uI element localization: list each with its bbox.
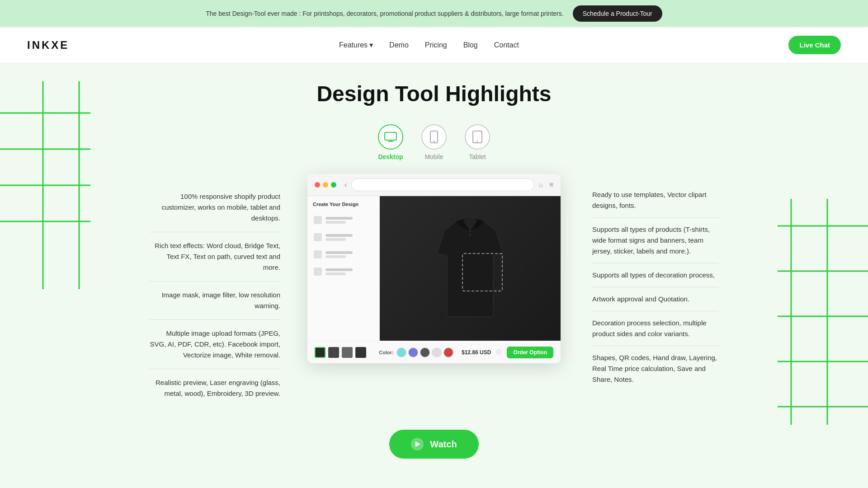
svg-point-19 [477,141,478,142]
nav-item-blog[interactable]: Blog [463,41,478,49]
sidebar-text-upload [326,234,353,241]
price-label: $12.86 USD [462,349,491,356]
upload-design-icon [314,233,322,241]
left-features: 100% responsive shopify product customiz… [149,174,294,407]
sidebar-item-add-text[interactable] [311,247,376,262]
right-features: Ready to use templates, Vector clipart d… [574,174,719,407]
svg-rect-13 [385,132,396,140]
price-and-order: $12.86 USD ⓘ Order Option [462,347,553,358]
add-text-icon [314,250,322,258]
product-display-area [380,196,561,341]
mobile-icon [430,131,438,143]
live-chat-button[interactable]: Live Chat [788,36,841,54]
shirt-preview [380,196,561,341]
sidebar-text-add-text [326,251,353,258]
tablet-icon [472,131,482,143]
desktop-icon-wrap [378,124,403,150]
top-banner: The best Design-Tool ever made : For pri… [0,0,868,27]
play-triangle [415,441,420,447]
grid-decoration-right [778,199,868,425]
browser-back-icon[interactable]: ‹ [344,181,347,189]
dot-red [315,182,320,188]
browser-menu-icon[interactable]: ≡ [549,181,553,189]
page-title: Design Tool Highlights [0,81,868,106]
nav-item-features[interactable]: Features ▾ [339,41,373,49]
chevron-down-icon: ▾ [369,41,373,49]
feature-text-effects: Rich text effects: Word cloud, Bridge Te… [149,232,280,282]
swatch-3[interactable] [420,347,430,357]
feature-image-mask: Image mask, image filter, low resolution… [149,282,280,320]
mobile-icon-wrap [421,124,447,150]
nav-item-pricing[interactable]: Pricing [425,41,447,49]
feature-realistic-preview: Realistic preview, Laser engraving (glas… [149,369,280,407]
banner-text: The best Design-Tool ever made : For pri… [206,10,563,17]
navbar: INKXE Features ▾ Demo Pricing Blog Conta… [0,27,868,63]
design-area-box [462,253,503,291]
tab-desktop[interactable]: Desktop [378,124,403,160]
tab-tablet[interactable]: Tablet [465,124,490,160]
watch-section: Watch [0,430,868,459]
feature-upload-formats: Multiple image upload formats (JPEG, SVG… [149,320,280,369]
feature-decoration: Supports all types of decoration process… [592,263,719,287]
sidebar-text-design-ideas [326,268,353,275]
feature-templates: Ready to use templates, Vector clipart d… [592,183,719,218]
sidebar-item-design-ideas[interactable] [311,264,376,279]
swatch-2[interactable] [408,347,418,357]
main-content: Design Tool Highlights Desktop Mobile [0,63,868,488]
feature-artwork: Artwork approval and Quotation. [592,287,719,311]
add-designs-icon [314,216,322,224]
logo[interactable]: INKXE [27,39,69,52]
tab-mobile[interactable]: Mobile [421,124,447,160]
feature-shapes: Shapes, QR codes, Hand draw, Layering, R… [592,346,719,391]
watch-label: Watch [430,439,457,450]
sidebar-text-add-designs [326,217,353,224]
thumb-dark2[interactable] [355,347,366,358]
svg-point-17 [434,141,435,142]
watch-button[interactable]: Watch [389,430,478,459]
tablet-icon-wrap [465,124,490,150]
feature-decoration-process: Decoration process selection, multiple p… [592,311,719,346]
product-info: Color: [379,347,453,357]
sidebar-title: Create Your Design [311,202,376,207]
product-thumbnails [315,347,366,358]
sidebar-item-add-designs[interactable] [311,212,376,228]
device-tabs: Desktop Mobile Tablet [0,124,868,160]
thumb-gray2[interactable] [342,347,353,358]
thumb-dark[interactable] [315,347,326,358]
browser-content: Create Your Design [307,196,561,341]
product-label: Color: [379,350,393,355]
desktop-icon [384,132,397,142]
svg-point-20 [469,230,471,232]
thumb-gray1[interactable] [328,347,339,358]
price-info-icon: ⓘ [496,349,501,356]
tab-mobile-label: Mobile [425,153,443,160]
feature-responsive: 100% responsive shopify product customiz… [149,183,280,232]
tab-desktop-label: Desktop [378,153,403,160]
order-option-button[interactable]: Order Option [507,347,553,358]
sidebar-item-upload-design[interactable] [311,230,376,245]
browser-home-icon[interactable]: ⌂ [539,181,542,188]
nav-item-contact[interactable]: Contact [494,41,519,49]
dot-green-dot [331,182,336,188]
browser-bar: ‹ ⌂ ≡ [307,174,561,196]
browser-mockup: ‹ ⌂ ≡ Create Your Design [307,174,561,363]
content-grid: 100% responsive shopify product customiz… [140,174,728,407]
grid-decoration-left [0,81,90,289]
design-ideas-icon [314,267,322,276]
swatch-4[interactable] [432,347,442,357]
nav-item-demo[interactable]: Demo [389,41,409,49]
svg-point-21 [469,234,471,235]
browser-dots [315,182,336,188]
center-mockup: ‹ ⌂ ≡ Create Your Design [294,174,574,407]
browser-url-bar [351,178,534,191]
play-icon [411,438,424,450]
nav-links: Features ▾ Demo Pricing Blog Contact [339,41,519,49]
dot-yellow [323,182,328,188]
tab-tablet-label: Tablet [469,153,486,160]
browser-sidebar: Create Your Design [307,196,380,341]
swatch-1[interactable] [396,347,406,357]
browser-bottom-bar: Color: $12.86 USD ⓘ Order Option [307,341,561,363]
color-swatches [396,347,453,357]
schedule-tour-button[interactable]: Schedule a Product-Tour [573,5,662,22]
swatch-5[interactable] [443,347,453,357]
